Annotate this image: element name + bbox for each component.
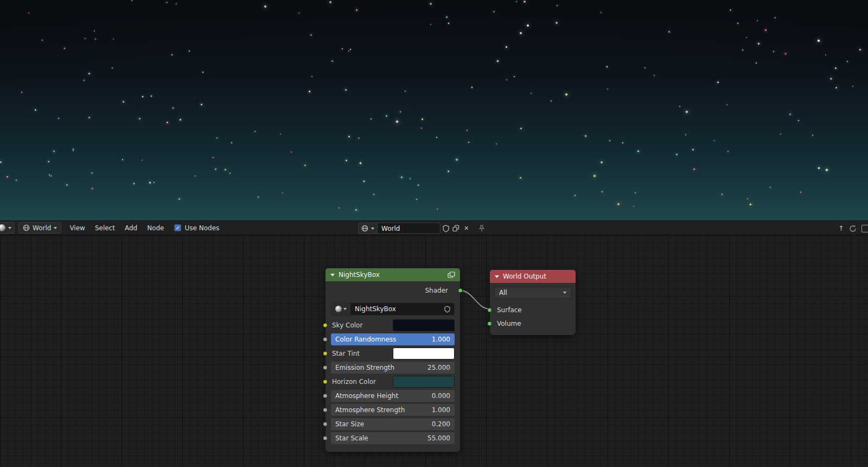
- shader-type-label: World: [33, 224, 51, 232]
- input-row-star-size: Star Size 0.200: [331, 418, 455, 430]
- input-row-star-scale: Star Scale 55.000: [331, 432, 455, 444]
- output-target-value: All: [499, 289, 507, 296]
- world-icon: [23, 224, 30, 231]
- socket-shader-output[interactable]: [458, 288, 463, 293]
- socket-surface[interactable]: [487, 307, 492, 312]
- input-label: Star Tint: [332, 350, 360, 357]
- socket-emission-strength[interactable]: [323, 365, 328, 370]
- pin-icon: [478, 225, 485, 232]
- world-name-value: World: [381, 225, 400, 232]
- color-randomness-slider[interactable]: Color Randomness 1.000: [331, 333, 455, 345]
- pin-button[interactable]: [476, 223, 487, 234]
- socket-atmosphere-strength[interactable]: [323, 408, 328, 413]
- input-row-sky-color: Sky Color: [331, 319, 455, 331]
- star-size-slider[interactable]: Star Size 0.200: [331, 418, 455, 430]
- group-name-field[interactable]: NightSkyBox: [350, 303, 440, 315]
- slider-value: 1.000: [432, 406, 450, 414]
- atmosphere-strength-slider[interactable]: Atmosphere Strength 1.000: [331, 404, 455, 416]
- shield-icon: [444, 306, 450, 313]
- menu-node[interactable]: Node: [142, 222, 169, 234]
- horizon-color-swatch[interactable]: [393, 376, 455, 388]
- close-icon: ✕: [464, 225, 469, 232]
- input-row-star-tint: Star Tint: [331, 348, 455, 359]
- slider-label: Atmosphere Height: [335, 392, 398, 400]
- world-icon: [361, 225, 368, 232]
- socket-horizon-color[interactable]: [323, 380, 328, 384]
- star-scale-slider[interactable]: Star Scale 55.000: [331, 432, 455, 444]
- socket-atmosphere-height[interactable]: [323, 394, 328, 399]
- socket-color-randomness[interactable]: [323, 337, 328, 342]
- cycle-arrows-icon[interactable]: [849, 225, 857, 232]
- menu-bar: View Select Add Node: [65, 222, 169, 234]
- menu-view[interactable]: View: [65, 222, 90, 234]
- node-title: World Output: [503, 273, 546, 280]
- input-row-atmosphere-height: Atmosphere Height 0.000: [331, 390, 455, 402]
- unlink-button[interactable]: ✕: [461, 223, 471, 234]
- input-row-emission-strength: Emission Strength 25.000: [331, 362, 455, 374]
- material-sphere-icon: [335, 306, 342, 312]
- input-row-volume: Volume: [490, 317, 576, 330]
- input-label: Horizon Color: [332, 378, 376, 386]
- checkbox-checked-icon: [174, 224, 181, 231]
- menu-select[interactable]: Select: [90, 222, 120, 234]
- slider-label: Star Size: [335, 420, 364, 428]
- chevron-down-icon: [371, 228, 374, 230]
- editor-type-dropdown[interactable]: [0, 222, 15, 234]
- world-browse-dropdown[interactable]: [358, 223, 378, 234]
- output-target-dropdown[interactable]: All: [494, 287, 571, 299]
- slider-value: 55.000: [427, 434, 450, 442]
- atmosphere-height-slider[interactable]: Atmosphere Height 0.000: [331, 390, 455, 402]
- node-group-icon: [448, 272, 455, 278]
- slider-value: 25.000: [427, 364, 450, 371]
- copy-icon: [452, 225, 459, 232]
- blender-shader-editor-window: { "viewport": { "star_count": 175, "star…: [0, 0, 868, 467]
- emission-strength-slider[interactable]: Emission Strength 25.000: [331, 362, 455, 374]
- clipped-edge-icon[interactable]: [861, 225, 868, 232]
- output-row-shader: Shader: [331, 285, 455, 296]
- slider-label: Emission Strength: [335, 364, 394, 371]
- chevron-down-icon: [54, 227, 57, 229]
- collapse-triangle-icon[interactable]: [495, 275, 499, 278]
- shader-type-dropdown[interactable]: World: [18, 222, 61, 234]
- viewport-night-sky: [0, 0, 868, 220]
- input-row-atmosphere-strength: Atmosphere Strength 1.000: [331, 404, 455, 416]
- menu-add[interactable]: Add: [120, 222, 142, 234]
- group-datablock-row: NightSkyBox: [331, 302, 455, 315]
- node-world-output[interactable]: World Output All Surface Volume: [490, 270, 576, 335]
- node-world-output-header[interactable]: World Output: [490, 270, 576, 283]
- arrow-up-icon[interactable]: ↑: [838, 224, 844, 232]
- shield-icon: [443, 225, 449, 232]
- sky-color-swatch[interactable]: [393, 319, 455, 331]
- node-editor-canvas[interactable]: NightSkyBox Shader NightSkyBox: [0, 235, 868, 467]
- socket-star-scale[interactable]: [323, 436, 328, 441]
- world-datablock-selector: World ✕: [358, 223, 487, 234]
- slider-label: Atmosphere Strength: [335, 406, 405, 414]
- socket-volume[interactable]: [487, 321, 492, 326]
- chevron-down-icon: [563, 292, 566, 294]
- fake-user-shield-button[interactable]: [441, 223, 451, 234]
- socket-star-tint[interactable]: [323, 351, 328, 356]
- slider-label: Star Scale: [335, 434, 368, 442]
- socket-star-size[interactable]: [323, 422, 328, 427]
- input-label: Volume: [497, 320, 521, 327]
- node-nightskybox-header[interactable]: NightSkyBox: [326, 268, 460, 281]
- socket-sky-color[interactable]: [323, 323, 328, 328]
- slider-value: 1.000: [432, 336, 450, 343]
- shader-editor-icon: [0, 224, 5, 231]
- chevron-down-icon: [8, 227, 11, 229]
- input-row-horizon-color: Horizon Color: [331, 376, 455, 388]
- node-nightskybox[interactable]: NightSkyBox Shader NightSkyBox: [326, 268, 460, 452]
- group-browse-dropdown[interactable]: [331, 303, 350, 315]
- input-row-color-randomness: Color Randomness 1.000: [331, 333, 455, 345]
- new-datablock-button[interactable]: [451, 223, 461, 234]
- group-fake-user-button[interactable]: [440, 303, 454, 315]
- use-nodes-label: Use Nodes: [184, 224, 219, 232]
- input-row-surface: Surface: [490, 303, 576, 317]
- world-name-field[interactable]: World: [378, 223, 441, 234]
- slider-label: Color Randomness: [335, 336, 396, 343]
- input-label: Surface: [497, 306, 522, 314]
- slider-value: 0.000: [432, 392, 450, 400]
- collapse-triangle-icon[interactable]: [330, 274, 335, 276]
- use-nodes-checkbox[interactable]: Use Nodes: [174, 224, 219, 232]
- star-tint-swatch[interactable]: [393, 348, 455, 359]
